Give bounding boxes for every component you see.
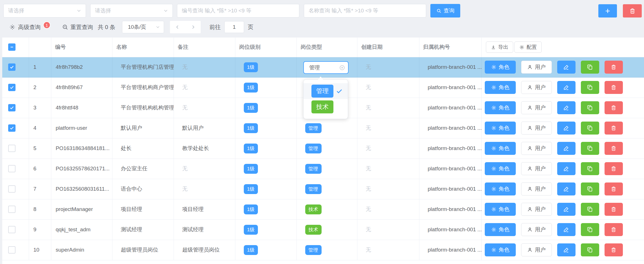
cell-type[interactable]: 管理 xyxy=(296,118,357,138)
delete-button[interactable] xyxy=(605,142,623,155)
type-badge: 管理 xyxy=(305,245,322,255)
edit-button[interactable] xyxy=(557,81,576,94)
copy-icon xyxy=(587,247,593,253)
row-checkbox[interactable] xyxy=(8,206,16,213)
copy-button[interactable] xyxy=(581,101,599,114)
filter-select-2[interactable]: 请选择 xyxy=(90,4,173,17)
user-button[interactable]: 用户 xyxy=(521,122,552,135)
config-button[interactable]: 配置 xyxy=(514,41,542,53)
user-button[interactable]: 用户 xyxy=(521,162,552,175)
cell-code: 4fr8httf48 xyxy=(51,98,112,118)
role-button[interactable]: 角色 xyxy=(485,61,516,74)
copy-button[interactable] xyxy=(581,81,599,94)
select-all-checkbox[interactable] xyxy=(8,43,16,51)
cell-type[interactable]: 技术 xyxy=(296,199,357,219)
edit-button[interactable] xyxy=(557,203,576,216)
plus-icon: + xyxy=(605,7,610,15)
delete-button[interactable] xyxy=(605,122,623,135)
filter-select-1[interactable]: 请选择 xyxy=(3,4,86,17)
copy-button[interactable] xyxy=(581,223,599,236)
column-header-org: 归属机构号 xyxy=(419,38,481,57)
delete-button[interactable] xyxy=(605,81,623,94)
pencil-icon xyxy=(563,145,569,151)
user-button[interactable]: 用户 xyxy=(521,101,552,114)
row-checkbox[interactable] xyxy=(8,185,16,193)
user-button[interactable]: 用户 xyxy=(521,223,552,236)
copy-button[interactable] xyxy=(581,61,599,74)
cell-type[interactable]: 管理 xyxy=(296,159,357,179)
row-checkbox[interactable] xyxy=(8,84,16,91)
user-button[interactable]: 用户 xyxy=(521,81,552,94)
reset-query-button[interactable]: 重置查询 xyxy=(62,21,93,33)
row-checkbox[interactable] xyxy=(8,246,16,254)
goto-page-input[interactable] xyxy=(224,21,244,33)
row-checkbox[interactable] xyxy=(8,104,16,111)
page-size-select[interactable]: 10条/页 xyxy=(122,21,164,33)
delete-button[interactable] xyxy=(605,243,623,256)
role-button[interactable]: 角色 xyxy=(485,81,516,94)
batch-delete-button[interactable] xyxy=(623,4,642,17)
column-header-created: 创建日期 xyxy=(357,38,419,57)
code-search-input[interactable] xyxy=(177,4,299,17)
row-checkbox[interactable] xyxy=(8,145,16,152)
delete-button[interactable] xyxy=(605,61,623,74)
delete-button[interactable] xyxy=(605,162,623,175)
advanced-query-button[interactable]: 高级查询 1 xyxy=(9,21,50,33)
cell-type[interactable]: 管理 xyxy=(296,138,357,159)
type-select-input[interactable]: 管理 xyxy=(303,61,349,74)
role-button[interactable]: 角色 xyxy=(485,182,516,195)
edit-button[interactable] xyxy=(557,182,576,195)
role-button[interactable]: 角色 xyxy=(485,223,516,236)
search-button[interactable]: 查询 xyxy=(430,4,460,17)
copy-button[interactable] xyxy=(581,162,599,175)
prev-page-button[interactable] xyxy=(172,21,183,33)
dropdown-option-tech[interactable]: 技术 xyxy=(304,99,348,115)
copy-button[interactable] xyxy=(581,182,599,195)
row-checkbox[interactable] xyxy=(8,63,16,71)
name-search-input[interactable] xyxy=(304,4,426,17)
row-checkbox[interactable] xyxy=(8,165,16,172)
role-button[interactable]: 角色 xyxy=(485,101,516,114)
edit-button[interactable] xyxy=(557,223,576,236)
edit-button[interactable] xyxy=(557,243,576,256)
role-button[interactable]: 角色 xyxy=(485,162,516,175)
delete-button[interactable] xyxy=(605,203,623,216)
cell-type[interactable]: 管理 xyxy=(296,240,357,260)
user-button[interactable]: 用户 xyxy=(521,203,552,216)
gear-icon xyxy=(491,186,497,192)
role-button[interactable]: 角色 xyxy=(485,122,516,135)
cell-type[interactable]: 技术 xyxy=(296,219,357,240)
edit-button[interactable] xyxy=(557,122,576,135)
row-checkbox[interactable] xyxy=(8,124,16,132)
cell-name: 默认用户 xyxy=(112,118,174,138)
row-index: 9 xyxy=(29,219,51,240)
role-button[interactable]: 角色 xyxy=(485,243,516,256)
next-page-button[interactable] xyxy=(187,21,199,33)
edit-button[interactable] xyxy=(557,101,576,114)
role-button[interactable]: 角色 xyxy=(485,142,516,155)
role-button[interactable]: 角色 xyxy=(485,203,516,216)
copy-button[interactable] xyxy=(581,122,599,135)
export-button[interactable]: 导出 xyxy=(486,41,513,53)
delete-button[interactable] xyxy=(605,223,623,236)
copy-button[interactable] xyxy=(581,142,599,155)
clear-icon[interactable] xyxy=(339,65,345,71)
row-actions: 角色用户 xyxy=(482,122,644,135)
edit-button[interactable] xyxy=(557,142,576,155)
dropdown-option-manage[interactable]: 管理 xyxy=(304,83,348,99)
user-button[interactable]: 用户 xyxy=(521,142,552,155)
delete-button[interactable] xyxy=(605,101,623,114)
edit-button[interactable] xyxy=(557,162,576,175)
cell-created: 无 xyxy=(357,118,419,138)
user-button[interactable]: 用户 xyxy=(521,182,552,195)
copy-button[interactable] xyxy=(581,243,599,256)
level-badge: 1级 xyxy=(244,103,258,113)
row-checkbox[interactable] xyxy=(8,226,16,233)
edit-button[interactable] xyxy=(557,61,576,74)
add-button[interactable]: + xyxy=(598,4,617,17)
copy-button[interactable] xyxy=(581,203,599,216)
user-button[interactable]: 用户 xyxy=(521,61,552,74)
delete-button[interactable] xyxy=(605,182,623,195)
user-button[interactable]: 用户 xyxy=(521,243,552,256)
cell-type[interactable]: 管理 xyxy=(296,179,357,199)
